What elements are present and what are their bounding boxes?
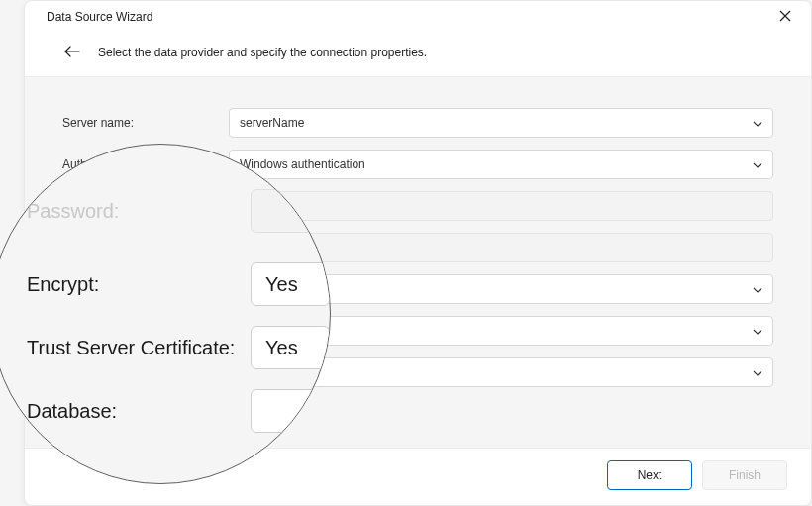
finish-button: Finish — [702, 460, 787, 490]
zoom-label-encrypt: Encrypt: — [27, 273, 251, 296]
input-server-name[interactable]: serverName — [229, 108, 773, 138]
chevron-down-icon — [753, 366, 762, 378]
window-title: Data Source Wizard — [47, 10, 152, 24]
zoom-value-encrypt: Yes — [265, 273, 298, 296]
zoom-label-database: Database: — [27, 400, 251, 423]
magnifier-content: Password: Encrypt: Yes Trust Server Cert… — [0, 145, 330, 483]
wizard-instruction: Select the data provider and specify the… — [98, 46, 427, 59]
close-icon[interactable] — [773, 7, 797, 27]
zoom-select-encrypt: Yes — [251, 262, 330, 306]
chevron-down-icon — [753, 283, 762, 295]
back-icon[interactable] — [64, 45, 80, 60]
input-user-name — [229, 191, 773, 221]
chevron-down-icon — [753, 325, 762, 337]
label-server-name: Server name: — [62, 116, 229, 130]
chevron-down-icon — [753, 158, 762, 170]
zoom-label-password: Password: — [27, 200, 251, 223]
zoom-label-trust-cert: Trust Server Certificate: — [27, 337, 251, 359]
select-auth-type[interactable]: Windows authentication — [229, 150, 773, 179]
value-server-name: serverName — [240, 116, 304, 130]
row-server-name: Server name: serverName — [62, 107, 773, 139]
magnifier-lens: Password: Encrypt: Yes Trust Server Cert… — [0, 144, 331, 484]
title-bar: Data Source Wizard — [25, 1, 811, 33]
value-auth-type: Windows authentication — [240, 157, 365, 171]
zoom-select-trust-cert: Yes — [251, 326, 330, 369]
wizard-header: Select the data provider and specify the… — [25, 33, 811, 77]
zoom-value-trust-cert: Yes — [265, 337, 298, 359]
chevron-down-icon — [753, 117, 762, 129]
next-button[interactable]: Next — [607, 460, 692, 490]
